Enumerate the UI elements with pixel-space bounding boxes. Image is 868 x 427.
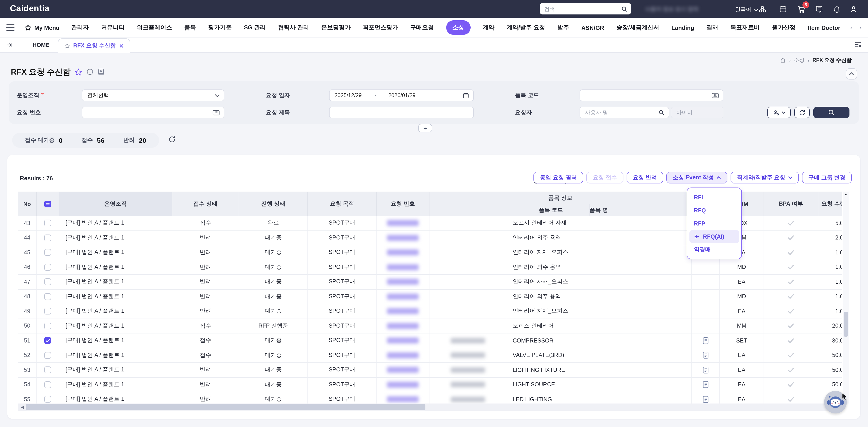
cell-request-no[interactable] [377, 231, 430, 245]
request-no-link-blurred[interactable] [387, 396, 418, 402]
col-item-name[interactable]: 품목 명 [590, 204, 608, 216]
bell-icon[interactable] [832, 4, 842, 14]
search-icon[interactable] [658, 109, 664, 116]
memo-icon[interactable] [814, 4, 824, 14]
calendar-icon[interactable] [463, 92, 469, 99]
request-no-link-blurred[interactable] [387, 308, 418, 314]
vertical-scrollbar-thumb[interactable] [844, 312, 848, 337]
row-checkbox[interactable] [44, 352, 51, 359]
toolbar-button-1[interactable]: 요청 접수 [586, 172, 623, 184]
dropdown-item-rfi[interactable]: RFI [689, 191, 739, 204]
request-no-link-blurred[interactable] [387, 382, 418, 388]
cell-request-no[interactable] [377, 377, 430, 392]
document-icon[interactable] [702, 352, 709, 359]
menu-item-15[interactable]: 송장/세금계산서 [616, 24, 659, 32]
sidebar-expand-icon[interactable] [6, 41, 13, 48]
cell-request-no[interactable] [377, 260, 430, 274]
menu-item-18[interactable]: 목표재료비 [730, 24, 760, 32]
menu-item-12[interactable]: 계약/발주 요청 [506, 24, 545, 32]
org-chart-icon[interactable] [757, 4, 767, 14]
menu-item-9[interactable]: 구매요청 [410, 24, 434, 32]
cell-request-no[interactable] [377, 333, 430, 348]
language-selector[interactable]: 한국어 [735, 6, 758, 13]
row-checkbox[interactable] [44, 249, 51, 256]
request-no-link-blurred[interactable] [387, 353, 418, 358]
document-icon[interactable] [702, 366, 709, 374]
col-qty[interactable]: 요청 수량 [818, 192, 842, 216]
cell-request-no[interactable] [377, 392, 430, 403]
request-title-input[interactable] [329, 107, 474, 119]
request-no-link-blurred[interactable] [387, 264, 418, 270]
home-icon[interactable] [780, 57, 786, 63]
status-chip-2[interactable]: 반려20 [123, 136, 146, 144]
cell-request-no[interactable] [377, 245, 430, 260]
request-no-link-blurred[interactable] [387, 323, 418, 329]
cart-icon[interactable]: 5 [796, 4, 806, 14]
col-item-code[interactable]: 품목 코드 [513, 204, 590, 216]
vertical-scrollbar[interactable]: ▲ [843, 192, 849, 403]
menu-item-0[interactable]: 관리자 [71, 24, 89, 32]
breadcrumb-sourcing[interactable]: 소싱 [794, 57, 804, 64]
menu-item-2[interactable]: 워크플레이스 [137, 24, 172, 32]
calendar-icon[interactable] [778, 4, 788, 14]
col-request-no[interactable]: 요청 번호 [377, 192, 430, 216]
org-select[interactable]: 전체선택 [82, 90, 224, 101]
request-no-link-blurred[interactable] [387, 220, 418, 226]
cell-request-no[interactable] [377, 216, 430, 230]
tab-close-icon[interactable]: ✕ [119, 43, 124, 49]
dropdown-item-rfp[interactable]: RFP [689, 217, 739, 230]
cell-request-no[interactable] [377, 304, 430, 318]
status-chip-0[interactable]: 접수 대기중0 [25, 136, 63, 144]
row-checkbox[interactable] [44, 323, 51, 329]
menu-item-14[interactable]: ASN/GR [581, 24, 604, 31]
menu-item-17[interactable]: 결재 [706, 24, 718, 32]
close-all-tabs-icon[interactable] [855, 41, 862, 48]
row-checkbox[interactable] [44, 278, 51, 285]
menu-item-13[interactable]: 발주 [557, 24, 569, 32]
date-to[interactable]: 2026/01/29 [388, 92, 415, 99]
dropdown-item-rfq[interactable]: RFQ [689, 204, 739, 217]
expand-filter-button[interactable]: + [418, 124, 432, 132]
toolbar-button-4[interactable]: 직계약/직발주 요청 [731, 172, 799, 184]
request-no-link-blurred[interactable] [387, 294, 418, 300]
row-checkbox[interactable] [44, 396, 51, 403]
request-no-link-blurred[interactable] [387, 279, 418, 285]
request-no-link-blurred[interactable] [387, 338, 418, 343]
cell-request-no[interactable] [377, 348, 430, 362]
menu-item-7[interactable]: 온보딩평가 [321, 24, 350, 32]
horizontal-scrollbar-thumb[interactable] [26, 404, 426, 410]
row-checkbox[interactable] [44, 293, 51, 300]
menu-scroll-left-icon[interactable]: ‹ [850, 24, 852, 31]
cell-request-no[interactable] [377, 319, 430, 333]
menu-item-4[interactable]: 평가기준 [208, 24, 232, 32]
toolbar-button-2[interactable]: 요청 반려 [626, 172, 663, 184]
horizontal-scrollbar[interactable]: ◀ [18, 403, 837, 411]
menu-item-6[interactable]: 협력사 관리 [278, 24, 309, 32]
logo[interactable]: Caidentia [10, 4, 50, 13]
date-from[interactable]: 2025/12/29 [335, 92, 362, 99]
hamburger-icon[interactable] [6, 23, 14, 33]
row-checkbox[interactable] [44, 234, 51, 241]
profile-icon[interactable] [848, 4, 859, 14]
menu-item-8[interactable]: 퍼포먼스평가 [363, 24, 398, 32]
col-progress-status[interactable]: 진행 상태 [239, 192, 308, 216]
col-purpose[interactable]: 요청 목적 [308, 192, 377, 216]
document-icon[interactable] [702, 337, 709, 344]
row-checkbox[interactable] [44, 308, 51, 315]
toolbar-button-5[interactable]: 구매 그룹 변경 [802, 172, 852, 184]
row-checkbox[interactable] [44, 264, 51, 271]
request-no-input[interactable] [82, 107, 224, 119]
scroll-up-icon[interactable]: ▲ [844, 192, 848, 196]
date-range-input[interactable]: 2025/12/29 ~ 2026/01/29 [329, 90, 474, 101]
request-no-link-blurred[interactable] [387, 235, 418, 241]
global-search-input[interactable] [544, 6, 621, 11]
info-icon[interactable] [86, 68, 94, 75]
tab-home[interactable]: HOME [33, 42, 50, 48]
refresh-counts-icon[interactable] [168, 136, 176, 143]
tab-active[interactable]: RFX 요청 수신함 ✕ [58, 38, 130, 53]
request-no-link-blurred[interactable] [387, 250, 418, 256]
col-org[interactable]: 운영조직 [59, 192, 172, 216]
manual-icon[interactable]: A [98, 68, 104, 75]
col-bpa[interactable]: BPA 여부 [764, 192, 818, 216]
menu-item-11[interactable]: 계약 [483, 24, 494, 32]
